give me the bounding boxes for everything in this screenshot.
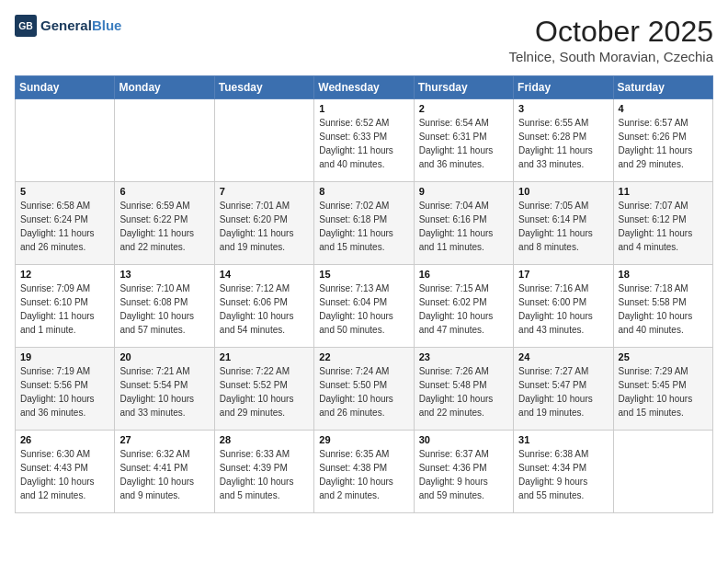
calendar-cell: 14Sunrise: 7:12 AMSunset: 6:06 PMDayligh… — [214, 265, 313, 348]
calendar-cell: 9Sunrise: 7:04 AMSunset: 6:16 PMDaylight… — [414, 182, 513, 265]
calendar-cell: 16Sunrise: 7:15 AMSunset: 6:02 PMDayligh… — [414, 265, 513, 348]
day-info: Sunrise: 7:24 AMSunset: 5:50 PMDaylight:… — [319, 364, 408, 419]
location: Telnice, South Moravian, Czechia — [508, 49, 713, 64]
calendar-week-3: 12Sunrise: 7:09 AMSunset: 6:10 PMDayligh… — [16, 265, 713, 348]
day-number: 10 — [518, 186, 608, 197]
day-info: Sunrise: 6:33 AMSunset: 4:39 PMDaylight:… — [220, 447, 309, 502]
calendar-cell: 18Sunrise: 7:18 AMSunset: 5:58 PMDayligh… — [613, 265, 712, 348]
logo-icon: GB — [15, 15, 37, 37]
calendar-cell: 10Sunrise: 7:05 AMSunset: 6:14 PMDayligh… — [514, 182, 613, 265]
day-info: Sunrise: 7:19 AMSunset: 5:56 PMDaylight:… — [20, 364, 109, 419]
calendar-cell: 3Sunrise: 6:55 AMSunset: 6:28 PMDaylight… — [514, 99, 613, 182]
day-info: Sunrise: 7:10 AMSunset: 6:08 PMDaylight:… — [119, 282, 209, 337]
title-block: October 2025 Telnice, South Moravian, Cz… — [508, 15, 713, 64]
day-number: 12 — [20, 269, 109, 280]
day-info: Sunrise: 6:37 AMSunset: 4:36 PMDaylight:… — [419, 447, 508, 502]
day-number: 21 — [220, 351, 309, 362]
calendar-week-4: 19Sunrise: 7:19 AMSunset: 5:56 PMDayligh… — [16, 348, 713, 431]
day-info: Sunrise: 6:30 AMSunset: 4:43 PMDaylight:… — [20, 447, 109, 502]
calendar-cell — [115, 99, 214, 182]
day-info: Sunrise: 7:02 AMSunset: 6:18 PMDaylight:… — [319, 199, 408, 254]
day-number: 18 — [619, 269, 708, 280]
day-info: Sunrise: 6:32 AMSunset: 4:41 PMDaylight:… — [119, 447, 209, 502]
calendar-cell — [214, 99, 313, 182]
day-info: Sunrise: 6:55 AMSunset: 6:28 PMDaylight:… — [518, 116, 608, 171]
day-number: 13 — [119, 269, 209, 280]
day-number: 25 — [619, 351, 708, 362]
day-info: Sunrise: 7:21 AMSunset: 5:54 PMDaylight:… — [119, 364, 209, 419]
calendar-cell: 17Sunrise: 7:16 AMSunset: 6:00 PMDayligh… — [514, 265, 613, 348]
day-number: 23 — [419, 351, 508, 362]
day-number: 26 — [20, 434, 109, 445]
day-info: Sunrise: 7:16 AMSunset: 6:00 PMDaylight:… — [518, 282, 608, 337]
weekday-header-friday: Friday — [514, 76, 613, 99]
page-header: GB GeneralBlue October 2025 Telnice, Sou… — [15, 15, 713, 64]
calendar-cell: 22Sunrise: 7:24 AMSunset: 5:50 PMDayligh… — [314, 348, 414, 431]
day-info: Sunrise: 7:27 AMSunset: 5:47 PMDaylight:… — [518, 364, 608, 419]
month-title: October 2025 — [508, 15, 713, 49]
day-number: 2 — [419, 103, 508, 114]
calendar-cell — [613, 431, 712, 513]
calendar-cell: 31Sunrise: 6:38 AMSunset: 4:34 PMDayligh… — [514, 431, 613, 513]
calendar-cell: 24Sunrise: 7:27 AMSunset: 5:47 PMDayligh… — [514, 348, 613, 431]
day-number: 16 — [419, 269, 508, 280]
day-info: Sunrise: 6:52 AMSunset: 6:33 PMDaylight:… — [319, 116, 408, 171]
logo: GB GeneralBlue — [15, 15, 121, 37]
calendar-cell: 4Sunrise: 6:57 AMSunset: 6:26 PMDaylight… — [613, 99, 712, 182]
weekday-header-wednesday: Wednesday — [314, 76, 414, 99]
calendar-cell: 7Sunrise: 7:01 AMSunset: 6:20 PMDaylight… — [214, 182, 313, 265]
day-number: 24 — [518, 351, 608, 362]
calendar-cell: 8Sunrise: 7:02 AMSunset: 6:18 PMDaylight… — [314, 182, 414, 265]
day-number: 8 — [319, 186, 408, 197]
day-info: Sunrise: 7:15 AMSunset: 6:02 PMDaylight:… — [419, 282, 508, 337]
calendar-cell: 19Sunrise: 7:19 AMSunset: 5:56 PMDayligh… — [16, 348, 115, 431]
weekday-header-saturday: Saturday — [613, 76, 712, 99]
day-number: 4 — [619, 103, 708, 114]
calendar-table: SundayMondayTuesdayWednesdayThursdayFrid… — [15, 75, 713, 513]
day-info: Sunrise: 6:58 AMSunset: 6:24 PMDaylight:… — [20, 199, 109, 254]
weekday-header-sunday: Sunday — [16, 76, 115, 99]
weekday-header-thursday: Thursday — [414, 76, 513, 99]
day-number: 31 — [518, 434, 608, 445]
calendar-week-2: 5Sunrise: 6:58 AMSunset: 6:24 PMDaylight… — [16, 182, 713, 265]
calendar-cell: 20Sunrise: 7:21 AMSunset: 5:54 PMDayligh… — [115, 348, 214, 431]
day-number: 28 — [220, 434, 309, 445]
day-info: Sunrise: 7:04 AMSunset: 6:16 PMDaylight:… — [419, 199, 508, 254]
calendar-cell: 29Sunrise: 6:35 AMSunset: 4:38 PMDayligh… — [314, 431, 414, 513]
calendar-cell: 1Sunrise: 6:52 AMSunset: 6:33 PMDaylight… — [314, 99, 414, 182]
calendar-cell: 5Sunrise: 6:58 AMSunset: 6:24 PMDaylight… — [16, 182, 115, 265]
day-number: 11 — [619, 186, 708, 197]
day-number: 15 — [319, 269, 408, 280]
day-info: Sunrise: 7:07 AMSunset: 6:12 PMDaylight:… — [619, 199, 708, 254]
calendar-cell: 25Sunrise: 7:29 AMSunset: 5:45 PMDayligh… — [613, 348, 712, 431]
weekday-header-tuesday: Tuesday — [214, 76, 313, 99]
day-number: 19 — [20, 351, 109, 362]
calendar-cell: 28Sunrise: 6:33 AMSunset: 4:39 PMDayligh… — [214, 431, 313, 513]
calendar-cell: 27Sunrise: 6:32 AMSunset: 4:41 PMDayligh… — [115, 431, 214, 513]
calendar-cell — [16, 99, 115, 182]
day-info: Sunrise: 7:12 AMSunset: 6:06 PMDaylight:… — [220, 282, 309, 337]
calendar-cell: 11Sunrise: 7:07 AMSunset: 6:12 PMDayligh… — [613, 182, 712, 265]
calendar-cell: 13Sunrise: 7:10 AMSunset: 6:08 PMDayligh… — [115, 265, 214, 348]
day-info: Sunrise: 7:05 AMSunset: 6:14 PMDaylight:… — [518, 199, 608, 254]
day-info: Sunrise: 6:54 AMSunset: 6:31 PMDaylight:… — [419, 116, 508, 171]
day-info: Sunrise: 6:57 AMSunset: 6:26 PMDaylight:… — [619, 116, 708, 171]
day-number: 7 — [220, 186, 309, 197]
day-info: Sunrise: 7:18 AMSunset: 5:58 PMDaylight:… — [619, 282, 708, 337]
day-number: 20 — [119, 351, 209, 362]
day-number: 14 — [220, 269, 309, 280]
day-number: 17 — [518, 269, 608, 280]
day-info: Sunrise: 7:29 AMSunset: 5:45 PMDaylight:… — [619, 364, 708, 419]
calendar-cell: 2Sunrise: 6:54 AMSunset: 6:31 PMDaylight… — [414, 99, 513, 182]
weekday-header-monday: Monday — [115, 76, 214, 99]
calendar-cell: 12Sunrise: 7:09 AMSunset: 6:10 PMDayligh… — [16, 265, 115, 348]
calendar-week-1: 1Sunrise: 6:52 AMSunset: 6:33 PMDaylight… — [16, 99, 713, 182]
svg-text:GB: GB — [18, 21, 33, 31]
calendar-cell: 6Sunrise: 6:59 AMSunset: 6:22 PMDaylight… — [115, 182, 214, 265]
calendar-cell: 15Sunrise: 7:13 AMSunset: 6:04 PMDayligh… — [314, 265, 414, 348]
day-info: Sunrise: 7:13 AMSunset: 6:04 PMDaylight:… — [319, 282, 408, 337]
calendar-cell: 26Sunrise: 6:30 AMSunset: 4:43 PMDayligh… — [16, 431, 115, 513]
day-number: 22 — [319, 351, 408, 362]
day-number: 30 — [419, 434, 508, 445]
calendar-cell: 21Sunrise: 7:22 AMSunset: 5:52 PMDayligh… — [214, 348, 313, 431]
